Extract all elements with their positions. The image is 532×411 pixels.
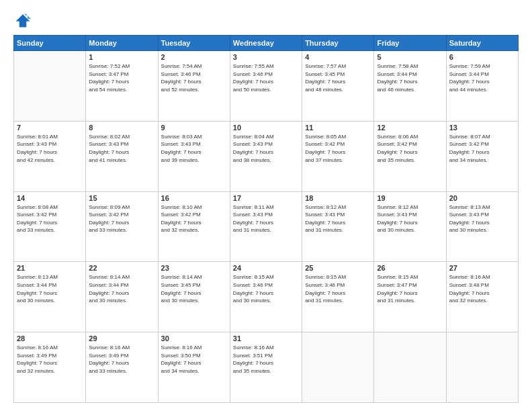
day-number: 14 — [17, 194, 83, 202]
week-row-1: 7Sunrise: 8:01 AM Sunset: 3:43 PM Daylig… — [14, 121, 519, 191]
calendar-cell: 26Sunrise: 8:15 AM Sunset: 3:47 PM Dayli… — [374, 262, 446, 332]
day-info: Sunrise: 8:16 AM Sunset: 3:49 PM Dayligh… — [17, 344, 83, 375]
day-info: Sunrise: 8:09 AM Sunset: 3:42 PM Dayligh… — [89, 203, 154, 234]
day-number: 19 — [377, 194, 443, 202]
logo-icon — [13, 11, 32, 30]
calendar-cell: 19Sunrise: 8:12 AM Sunset: 3:43 PM Dayli… — [374, 191, 446, 262]
week-row-2: 14Sunrise: 8:08 AM Sunset: 3:42 PM Dayli… — [14, 191, 519, 262]
calendar-cell: 10Sunrise: 8:04 AM Sunset: 3:43 PM Dayli… — [230, 121, 302, 191]
calendar-cell: 17Sunrise: 8:11 AM Sunset: 3:43 PM Dayli… — [230, 191, 302, 262]
calendar-cell — [374, 332, 446, 403]
day-number: 28 — [17, 334, 83, 342]
day-info: Sunrise: 8:07 AM Sunset: 3:42 PM Dayligh… — [449, 133, 515, 164]
day-number: 20 — [449, 194, 515, 202]
day-header-friday: Friday — [374, 36, 446, 51]
day-info: Sunrise: 8:05 AM Sunset: 3:42 PM Dayligh… — [305, 133, 371, 164]
day-number: 12 — [377, 124, 443, 132]
calendar-cell: 24Sunrise: 8:15 AM Sunset: 3:46 PM Dayli… — [230, 262, 302, 332]
calendar-header-row: SundayMondayTuesdayWednesdayThursdayFrid… — [14, 36, 519, 51]
calendar-cell: 30Sunrise: 8:16 AM Sunset: 3:50 PM Dayli… — [158, 332, 230, 403]
day-number: 22 — [89, 264, 154, 272]
day-info: Sunrise: 8:15 AM Sunset: 3:46 PM Dayligh… — [305, 273, 371, 304]
week-row-0: 1Sunrise: 7:52 AM Sunset: 3:47 PM Daylig… — [14, 51, 519, 122]
day-info: Sunrise: 7:58 AM Sunset: 3:44 PM Dayligh… — [377, 62, 443, 93]
day-number: 11 — [305, 124, 371, 132]
calendar-cell: 29Sunrise: 8:16 AM Sunset: 3:49 PM Dayli… — [86, 332, 158, 403]
day-header-sunday: Sunday — [14, 36, 86, 51]
calendar-body: 1Sunrise: 7:52 AM Sunset: 3:47 PM Daylig… — [14, 51, 519, 403]
day-info: Sunrise: 8:10 AM Sunset: 3:42 PM Dayligh… — [161, 203, 227, 234]
calendar-cell — [14, 51, 86, 122]
calendar-cell: 5Sunrise: 7:58 AM Sunset: 3:44 PM Daylig… — [374, 51, 446, 122]
calendar-cell: 11Sunrise: 8:05 AM Sunset: 3:42 PM Dayli… — [302, 121, 374, 191]
day-info: Sunrise: 8:06 AM Sunset: 3:42 PM Dayligh… — [377, 133, 443, 164]
day-number: 23 — [161, 264, 227, 272]
day-header-saturday: Saturday — [446, 36, 518, 51]
day-number: 5 — [377, 53, 443, 61]
calendar-cell: 13Sunrise: 8:07 AM Sunset: 3:42 PM Dayli… — [446, 121, 518, 191]
day-info: Sunrise: 8:08 AM Sunset: 3:42 PM Dayligh… — [17, 203, 83, 234]
day-info: Sunrise: 8:11 AM Sunset: 3:43 PM Dayligh… — [233, 203, 299, 234]
day-header-wednesday: Wednesday — [230, 36, 302, 51]
calendar-cell: 25Sunrise: 8:15 AM Sunset: 3:46 PM Dayli… — [302, 262, 374, 332]
day-info: Sunrise: 8:15 AM Sunset: 3:46 PM Dayligh… — [233, 273, 299, 304]
day-info: Sunrise: 8:15 AM Sunset: 3:47 PM Dayligh… — [377, 273, 443, 304]
day-info: Sunrise: 7:59 AM Sunset: 3:44 PM Dayligh… — [449, 62, 515, 93]
day-info: Sunrise: 8:16 AM Sunset: 3:50 PM Dayligh… — [161, 344, 227, 375]
calendar-cell: 4Sunrise: 7:57 AM Sunset: 3:45 PM Daylig… — [302, 51, 374, 122]
day-info: Sunrise: 8:16 AM Sunset: 3:48 PM Dayligh… — [449, 273, 515, 304]
calendar-cell: 2Sunrise: 7:54 AM Sunset: 3:46 PM Daylig… — [158, 51, 230, 122]
page: SundayMondayTuesdayWednesdayThursdayFrid… — [0, 0, 532, 411]
day-number: 26 — [377, 264, 443, 272]
day-number: 30 — [161, 334, 227, 342]
day-info: Sunrise: 8:12 AM Sunset: 3:43 PM Dayligh… — [305, 203, 371, 234]
day-number: 3 — [233, 53, 299, 61]
day-number: 29 — [89, 334, 154, 342]
day-info: Sunrise: 8:13 AM Sunset: 3:43 PM Dayligh… — [449, 203, 515, 234]
calendar-cell: 3Sunrise: 7:55 AM Sunset: 3:46 PM Daylig… — [230, 51, 302, 122]
week-row-3: 21Sunrise: 8:13 AM Sunset: 3:44 PM Dayli… — [14, 262, 519, 332]
calendar-cell: 1Sunrise: 7:52 AM Sunset: 3:47 PM Daylig… — [86, 51, 158, 122]
day-info: Sunrise: 7:55 AM Sunset: 3:46 PM Dayligh… — [233, 62, 299, 93]
day-info: Sunrise: 7:54 AM Sunset: 3:46 PM Dayligh… — [161, 62, 227, 93]
calendar-cell: 22Sunrise: 8:14 AM Sunset: 3:44 PM Dayli… — [86, 262, 158, 332]
calendar-cell: 31Sunrise: 8:16 AM Sunset: 3:51 PM Dayli… — [230, 332, 302, 403]
day-header-tuesday: Tuesday — [158, 36, 230, 51]
day-number: 10 — [233, 124, 299, 132]
calendar-cell: 14Sunrise: 8:08 AM Sunset: 3:42 PM Dayli… — [14, 191, 86, 262]
day-info: Sunrise: 7:52 AM Sunset: 3:47 PM Dayligh… — [89, 62, 154, 93]
day-number: 4 — [305, 53, 371, 61]
day-number: 18 — [305, 194, 371, 202]
calendar-cell: 18Sunrise: 8:12 AM Sunset: 3:43 PM Dayli… — [302, 191, 374, 262]
day-info: Sunrise: 8:12 AM Sunset: 3:43 PM Dayligh… — [377, 203, 443, 234]
week-row-4: 28Sunrise: 8:16 AM Sunset: 3:49 PM Dayli… — [14, 332, 519, 403]
day-header-monday: Monday — [86, 36, 158, 51]
day-info: Sunrise: 8:03 AM Sunset: 3:43 PM Dayligh… — [161, 133, 227, 164]
day-number: 9 — [161, 124, 227, 132]
calendar-cell: 6Sunrise: 7:59 AM Sunset: 3:44 PM Daylig… — [446, 51, 518, 122]
header — [13, 11, 519, 30]
day-header-thursday: Thursday — [302, 36, 374, 51]
day-number: 31 — [233, 334, 299, 342]
day-number: 13 — [449, 124, 515, 132]
day-info: Sunrise: 8:13 AM Sunset: 3:44 PM Dayligh… — [17, 273, 83, 304]
calendar-cell — [302, 332, 374, 403]
calendar-cell — [446, 332, 518, 403]
calendar-cell: 21Sunrise: 8:13 AM Sunset: 3:44 PM Dayli… — [14, 262, 86, 332]
day-number: 27 — [449, 264, 515, 272]
logo — [13, 11, 35, 30]
calendar-cell: 8Sunrise: 8:02 AM Sunset: 3:43 PM Daylig… — [86, 121, 158, 191]
day-number: 7 — [17, 124, 83, 132]
day-number: 15 — [89, 194, 154, 202]
day-info: Sunrise: 8:01 AM Sunset: 3:43 PM Dayligh… — [17, 133, 83, 164]
day-info: Sunrise: 7:57 AM Sunset: 3:45 PM Dayligh… — [305, 62, 371, 93]
calendar-table: SundayMondayTuesdayWednesdayThursdayFrid… — [13, 35, 519, 403]
day-number: 17 — [233, 194, 299, 202]
calendar-cell: 28Sunrise: 8:16 AM Sunset: 3:49 PM Dayli… — [14, 332, 86, 403]
calendar-cell: 16Sunrise: 8:10 AM Sunset: 3:42 PM Dayli… — [158, 191, 230, 262]
day-info: Sunrise: 8:14 AM Sunset: 3:44 PM Dayligh… — [89, 273, 154, 304]
calendar-cell: 7Sunrise: 8:01 AM Sunset: 3:43 PM Daylig… — [14, 121, 86, 191]
day-number: 2 — [161, 53, 227, 61]
day-info: Sunrise: 8:16 AM Sunset: 3:49 PM Dayligh… — [89, 344, 154, 375]
day-number: 1 — [89, 53, 154, 61]
